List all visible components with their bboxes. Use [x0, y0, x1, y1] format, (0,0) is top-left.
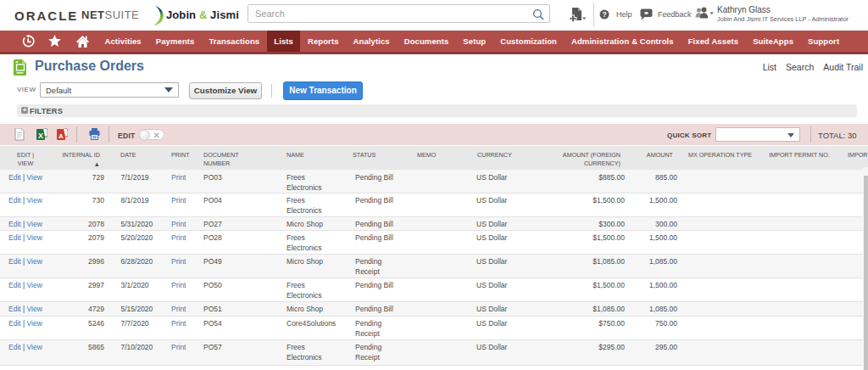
svg-text:A: A: [58, 132, 64, 140]
svg-text:?: ?: [602, 10, 606, 19]
svg-text:X: X: [38, 132, 43, 140]
